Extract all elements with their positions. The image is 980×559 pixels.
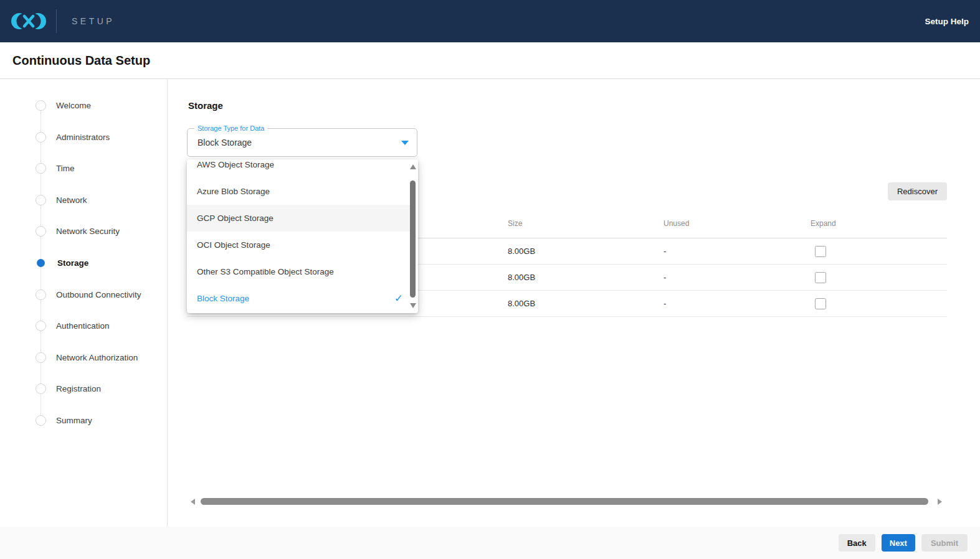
dropdown-option-list: AWS Object Storage Azure Blob Storage GC… (187, 159, 411, 312)
sidebar-step-summary[interactable]: Summary (36, 414, 92, 426)
sidebar-step-storage[interactable]: Storage (36, 256, 88, 269)
main-region: Welcome Administrators Time Network Netw… (0, 79, 980, 527)
page-title-bar: Continuous Data Setup (0, 42, 980, 79)
navbar-divider (56, 9, 57, 33)
step-circle-icon (36, 352, 46, 363)
scroll-up-arrow-icon[interactable] (410, 164, 416, 169)
option-gcp-object-storage[interactable]: GCP Object Storage (187, 205, 411, 232)
sidebar-step-outbound-connectivity[interactable]: Outbound Connectivity (36, 288, 141, 301)
step-circle-icon (36, 383, 46, 394)
size-value: 8.00GB (508, 291, 535, 317)
step-label: Storage (57, 258, 88, 268)
sidebar-step-network-authorization[interactable]: Network Authorization (36, 351, 138, 364)
expand-checkbox[interactable] (815, 298, 826, 309)
column-header-unused: Unused (664, 219, 689, 228)
step-circle-icon (36, 415, 46, 426)
horizontal-scrollbar-thumb[interactable] (201, 498, 928, 505)
expand-checkbox[interactable] (815, 246, 826, 257)
brand-label: SETUP (72, 16, 115, 26)
step-label: Outbound Connectivity (56, 290, 141, 299)
next-button[interactable]: Next (882, 534, 915, 552)
step-circle-icon (36, 195, 46, 205)
page-title: Continuous Data Setup (12, 54, 150, 68)
step-label: Network (56, 195, 87, 205)
wizard-stepper-sidebar: Welcome Administrators Time Network Netw… (0, 79, 168, 527)
menu-scrollbar-thumb[interactable] (410, 181, 416, 298)
step-circle-icon (36, 132, 46, 143)
scroll-right-arrow-icon[interactable] (938, 499, 942, 505)
step-label: Administrators (56, 133, 110, 142)
step-label: Network Security (56, 227, 120, 236)
check-icon: ✓ (394, 285, 403, 312)
sidebar-step-authentication[interactable]: Authentication (36, 319, 110, 332)
wizard-footer: Back Next Submit (0, 527, 980, 559)
sidebar-step-registration[interactable]: Registration (36, 382, 101, 395)
option-label: Block Storage (197, 294, 249, 303)
storage-section-heading: Storage (188, 100, 223, 111)
option-aws-object-storage[interactable]: AWS Object Storage (187, 159, 411, 178)
setup-help-link[interactable]: Setup Help (925, 17, 969, 26)
step-label: Registration (56, 384, 101, 393)
delphix-logo-icon (9, 6, 49, 36)
step-label: Summary (56, 416, 92, 425)
menu-scrollbar (409, 159, 417, 313)
step-label: Welcome (56, 101, 91, 110)
unused-value: - (664, 265, 666, 291)
option-block-storage[interactable]: Block Storage ✓ (187, 285, 411, 312)
step-circle-active-icon (37, 259, 45, 267)
option-azure-blob-storage[interactable]: Azure Blob Storage (187, 178, 411, 205)
scroll-left-arrow-icon[interactable] (191, 499, 195, 505)
step-circle-icon (36, 321, 46, 331)
rediscover-button[interactable]: Rediscover (888, 182, 947, 200)
step-label: Network Authorization (56, 353, 138, 362)
size-value: 8.00GB (508, 265, 535, 291)
sidebar-step-network-security[interactable]: Network Security (36, 225, 120, 237)
unused-value: - (664, 291, 666, 317)
expand-checkbox[interactable] (815, 272, 826, 283)
step-circle-icon (36, 163, 46, 174)
scroll-down-arrow-icon[interactable] (410, 303, 416, 308)
option-other-s3-compatible[interactable]: Other S3 Compatible Object Storage (187, 258, 411, 285)
storage-type-select-value: Block Storage (197, 129, 252, 156)
step-label: Time (56, 164, 75, 173)
sidebar-step-time[interactable]: Time (36, 162, 75, 174)
step-label: Authentication (56, 321, 110, 331)
storage-type-select[interactable]: Storage Type for Data Block Storage (187, 128, 417, 157)
sidebar-step-network[interactable]: Network (36, 194, 87, 206)
setup-app-window: SETUP Setup Help Continuous Data Setup W… (0, 0, 980, 559)
back-button[interactable]: Back (839, 534, 875, 552)
sidebar-step-welcome[interactable]: Welcome (36, 99, 91, 111)
submit-button: Submit (921, 534, 968, 552)
chevron-down-icon (401, 141, 409, 145)
horizontal-scrollbar (187, 497, 947, 506)
column-header-size: Size (508, 219, 522, 228)
top-navbar: SETUP Setup Help (0, 0, 980, 42)
sidebar-step-administrators[interactable]: Administrators (36, 131, 110, 143)
delphix-logo (9, 6, 49, 36)
size-value: 8.00GB (508, 238, 535, 265)
step-circle-icon (36, 100, 46, 111)
column-header-expand: Expand (811, 219, 836, 228)
step-circle-icon (36, 226, 46, 237)
storage-type-dropdown-menu: AWS Object Storage Azure Blob Storage GC… (187, 159, 418, 313)
unused-value: - (664, 238, 666, 265)
step-circle-icon (36, 289, 46, 300)
option-oci-object-storage[interactable]: OCI Object Storage (187, 232, 411, 258)
